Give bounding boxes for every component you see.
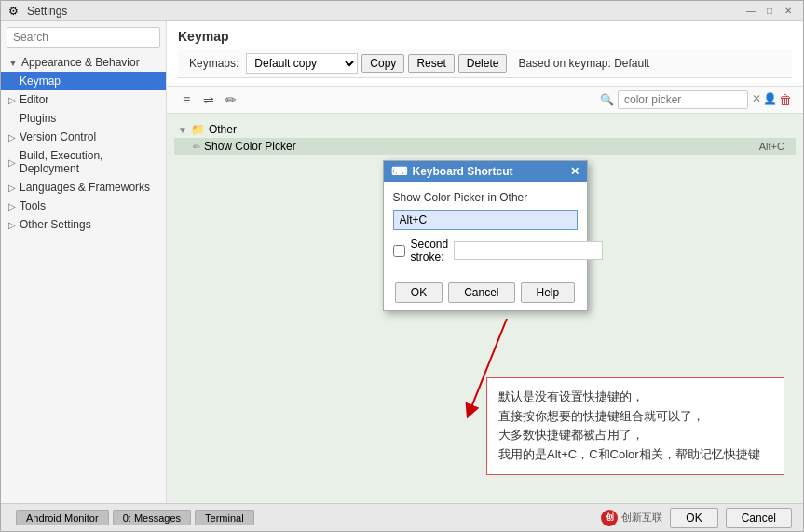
second-stroke-row: Second stroke: [393,238,578,264]
close-button[interactable]: ✕ [781,4,796,19]
expand-icon: ▷ [8,201,16,211]
reset-button[interactable]: Reset [408,54,454,73]
bottom-bar: Android Monitor 0: Messages Terminal 创 创… [1,503,803,531]
expand-icon: ▷ [8,95,16,105]
second-stroke-checkbox[interactable] [393,245,405,257]
tab-android-monitor[interactable]: Android Monitor [16,510,109,525]
sidebar-search-box [1,21,166,53]
dialog-icon: ⌨ [391,165,407,178]
annotation-box: 默认是没有设置快捷键的， 直接按你想要的快捷键组合就可以了， 大多数快捷键都被占… [486,377,784,475]
expand-icon: ▷ [8,157,16,168]
tab-terminal[interactable]: Terminal [195,510,254,525]
cancel-button[interactable]: Cancel [726,508,792,528]
search-right-icons: ✕ 👤 🗑 [752,92,792,107]
brand-logo: 创 [601,510,618,526]
sidebar-item-keymap[interactable]: Keymap [1,72,166,90]
copy-button[interactable]: Copy [361,54,404,73]
person-icon: 👤 [763,92,777,107]
dialog-body: Show Color Picker in Other Second stroke… [384,182,587,282]
dialog-buttons: OK Cancel Help [384,282,587,310]
search-icon: 🔍 [600,93,614,106]
content-area: ▼ 📁 Other ✏ Show Color Picker Alt+C ⌨ [167,114,803,503]
panel-title: Keymap [178,29,792,44]
delete-button[interactable]: Delete [458,54,508,73]
dialog-help-button[interactable]: Help [521,282,576,303]
sidebar-item-other-settings[interactable]: ▷ Other Settings [1,215,166,234]
dialog-ok-button[interactable]: OK [395,282,443,303]
sidebar-item-languages[interactable]: ▷ Languages & Frameworks [1,178,166,197]
keyboard-shortcut-dialog: ⌨ Keyboard Shortcut ✕ Show Color Picker … [383,160,588,311]
dialog-title: Keyboard Shortcut [413,165,565,178]
dialog-cancel-button[interactable]: Cancel [448,282,514,303]
dialog-description: Show Color Picker in Other [393,191,578,204]
expand-icon: ▼ [8,58,18,68]
sidebar: ▼ Appearance & Behavior Keymap ▷ Editor … [1,21,167,503]
expand-icon: ▷ [8,183,16,193]
tab-messages[interactable]: 0: Messages [113,510,191,525]
dialog-close-button[interactable]: ✕ [570,165,579,178]
expand-icon: ▷ [8,132,16,143]
panel-header: Keymap Keymaps: Default copy Copy Reset … [167,21,803,87]
sidebar-item-version-control[interactable]: ▷ Version Control [1,128,166,146]
sidebar-search-input[interactable] [7,27,160,48]
title-bar: ⚙ Settings — □ ✕ [1,1,803,21]
search-right: 🔍 ✕ 👤 🗑 [600,90,792,109]
action-bar: ≡ ⇌ ✏ 🔍 ✕ 👤 🗑 [167,87,803,114]
minimize-button[interactable]: — [743,4,758,19]
keymap-label: Keymaps: [189,57,238,70]
annotation-line2: 直接按你想要的快捷键组合就可以了， [498,407,772,427]
bottom-actions: 创 创新互联 [601,510,662,526]
maximize-button[interactable]: □ [762,4,777,19]
keymap-select[interactable]: Default copy [246,53,358,74]
settings-window: ⚙ Settings — □ ✕ ▼ Appearance & Behavior… [0,0,804,532]
window-controls: — □ ✕ [743,4,796,19]
sidebar-item-appearance[interactable]: ▼ Appearance & Behavior [1,53,166,72]
clear-search-icon[interactable]: ✕ [752,92,761,107]
sidebar-item-tools[interactable]: ▷ Tools [1,197,166,215]
right-panel: Keymap Keymaps: Default copy Copy Reset … [167,21,803,503]
annotation-line1: 默认是没有设置快捷键的， [498,388,772,407]
ok-button[interactable]: OK [670,508,717,528]
align-left-icon[interactable]: ≡ [178,91,195,108]
dialog-title-bar: ⌨ Keyboard Shortcut ✕ [384,161,587,182]
settings-search-icon[interactable]: 🗑 [779,92,792,107]
expand-icon: ▷ [8,220,16,230]
second-stroke-input[interactable] [454,241,603,260]
sidebar-item-build[interactable]: ▷ Build, Execution, Deployment [1,146,166,178]
shortcut-input[interactable] [393,210,578,230]
sidebar-item-plugins[interactable]: Plugins [1,109,166,128]
window-title: Settings [27,5,743,18]
search-keymap-input[interactable] [618,90,748,109]
main-content: ▼ Appearance & Behavior Keymap ▷ Editor … [1,21,803,503]
annotation-line3: 大多数快捷键都被占用了， [498,426,772,445]
align-center-icon[interactable]: ⇌ [200,91,217,108]
brand-text: 创新互联 [621,511,662,525]
tabs-container: Android Monitor 0: Messages Terminal [16,510,254,525]
second-stroke-label: Second stroke: [411,238,449,264]
based-on-label: Based on keymap: Default [518,57,649,70]
annotation-line4: 我用的是Alt+C，C和Color相关，帮助记忆快捷键 [498,445,772,465]
keymap-toolbar: Keymaps: Default copy Copy Reset Delete … [178,49,792,78]
edit-icon[interactable]: ✏ [223,91,239,108]
sidebar-item-editor[interactable]: ▷ Editor [1,90,166,109]
window-icon: ⚙ [8,5,21,18]
